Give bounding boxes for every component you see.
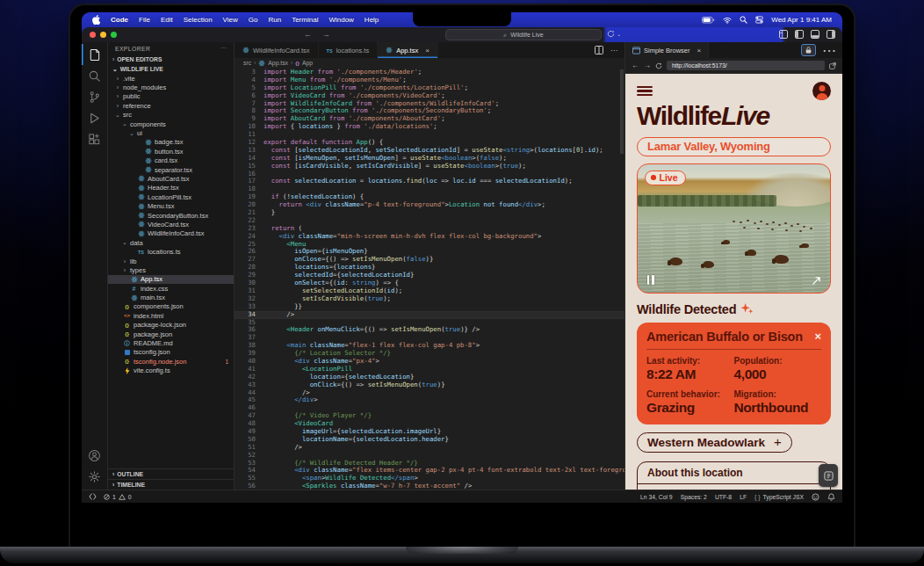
- copilot-icon[interactable]: ⌄: [607, 30, 621, 38]
- editor-more-icon[interactable]: ⋯: [610, 47, 617, 54]
- customize-layout-icon[interactable]: [779, 30, 788, 39]
- avatar[interactable]: [812, 82, 831, 100]
- activity-source-control[interactable]: [82, 86, 107, 107]
- workspace-root[interactable]: ⌄ WILDLIFE LIVE: [108, 64, 234, 74]
- open-external-icon[interactable]: [829, 62, 836, 69]
- lock-icon[interactable]: [801, 44, 816, 56]
- close-browser-tab-icon[interactable]: ×: [697, 47, 702, 54]
- editor-scrollbar[interactable]: [620, 69, 624, 154]
- remote-indicator-icon[interactable]: [89, 493, 97, 500]
- problems-indicator[interactable]: 1 0: [104, 494, 132, 500]
- tree-item-components[interactable]: ⌄components: [108, 120, 234, 128]
- cursor-position[interactable]: Ln 34, Col 9: [640, 494, 673, 500]
- activity-extensions[interactable]: [82, 128, 107, 149]
- eol[interactable]: LF: [740, 494, 747, 500]
- notifications-bell-icon[interactable]: [827, 493, 835, 501]
- pause-button-icon[interactable]: [647, 275, 654, 285]
- wifi-icon[interactable]: [723, 17, 732, 24]
- location-pill-button[interactable]: Lamar Valley, Wyoming: [637, 137, 831, 156]
- tree-item-ui[interactable]: ⌄ui: [108, 128, 234, 137]
- close-tab-icon[interactable]: ×: [425, 47, 430, 54]
- url-input[interactable]: [667, 61, 825, 70]
- tree-item-types[interactable]: ›types: [108, 265, 234, 274]
- breadcrumb[interactable]: src›App.tsx›{}App: [235, 58, 624, 68]
- zoom-window-button[interactable]: [111, 32, 117, 38]
- tree-item-node_modules[interactable]: ›node_modules: [108, 83, 234, 91]
- apple-logo-icon[interactable]: [92, 15, 100, 25]
- menu-go[interactable]: Go: [249, 16, 258, 24]
- tree-item-WildlifeInfoCard.tsx[interactable]: WildlifeInfoCard.tsx: [108, 229, 234, 238]
- menu-edit[interactable]: Edit: [161, 16, 173, 24]
- code-line-56[interactable]: 56 <Sparkles className="w-7 h-7 text-acc…: [235, 483, 624, 490]
- tree-item-App.tsx[interactable]: App.tsx: [108, 275, 234, 284]
- encoding[interactable]: UTF-8: [715, 494, 732, 500]
- feedback-smiley-icon[interactable]: [812, 493, 819, 501]
- tree-item-button.tsx[interactable]: button.tsx: [108, 147, 234, 156]
- code-line-10[interactable]: 10import { locations } from './data/loca…: [235, 123, 624, 131]
- live-video-card[interactable]: Live: [637, 163, 831, 294]
- battery-icon[interactable]: [702, 17, 715, 24]
- breadcrumb-item-src[interactable]: src: [243, 60, 251, 66]
- tree-item-main.tsx[interactable]: main.tsx: [108, 293, 234, 301]
- tree-item-package-lock.json[interactable]: {}package-lock.json: [108, 321, 234, 330]
- code-editor[interactable]: 3import Header from './components/Header…: [235, 68, 624, 490]
- tree-item-locations.ts[interactable]: TSlocations.ts: [108, 247, 234, 256]
- code-line-51[interactable]: 51 />: [235, 444, 624, 452]
- tree-item-lib[interactable]: ›lib: [108, 257, 234, 265]
- tree-item-data[interactable]: ⌄data: [108, 238, 234, 247]
- command-center-search[interactable]: ⌕ Wildlife Live: [445, 29, 602, 40]
- menu-bar-clock[interactable]: Wed Apr 1 9:41 AM: [771, 16, 832, 24]
- tab-locations.ts[interactable]: TSlocations.ts: [319, 42, 379, 58]
- menu-window[interactable]: Window: [328, 16, 353, 24]
- spotlight-icon[interactable]: [740, 16, 747, 24]
- browser-back-icon[interactable]: ←: [632, 62, 639, 69]
- tree-item-.vite[interactable]: ›.vite: [108, 74, 234, 83]
- open-editors-section[interactable]: › OPEN EDITORS: [108, 54, 234, 64]
- indentation[interactable]: Spaces: 2: [681, 494, 707, 500]
- tree-item-public[interactable]: ›public: [108, 92, 234, 101]
- tab-App.tsx[interactable]: App.tsx×: [378, 42, 438, 58]
- breadcrumb-item-App[interactable]: App: [302, 60, 313, 66]
- tab-WildlifeInfoCard.tsx[interactable]: WildlifeInfoCard.tsx: [235, 42, 319, 58]
- tree-item-components.json[interactable]: {}components.json: [108, 302, 234, 311]
- tab-simple-browser[interactable]: Simple Browser ×: [625, 42, 709, 58]
- tree-item-README.md[interactable]: README.md: [108, 338, 234, 347]
- tree-item-LocationPill.tsx[interactable]: LocationPill.tsx: [108, 192, 234, 201]
- explorer-more-icon[interactable]: ⋯: [220, 45, 227, 52]
- tree-item-reference[interactable]: ›reference: [108, 101, 234, 110]
- accounts-icon[interactable]: [82, 445, 107, 466]
- menu-file[interactable]: File: [139, 16, 150, 24]
- tree-item-vite.config.ts[interactable]: vite.config.ts: [108, 366, 234, 375]
- tree-item-index.html[interactable]: <>index.html: [108, 311, 234, 320]
- tree-item-AboutCard.tsx[interactable]: AboutCard.tsx: [108, 174, 234, 183]
- activity-explorer[interactable]: [82, 44, 107, 65]
- tree-item-card.tsx[interactable]: card.tsx: [108, 156, 234, 165]
- close-card-icon[interactable]: ×: [814, 330, 821, 342]
- menu-terminal[interactable]: Terminal: [292, 16, 318, 24]
- tree-item-package.json[interactable]: {}package.json: [108, 330, 234, 338]
- toggle-primary-sidebar-icon[interactable]: [795, 30, 804, 39]
- expand-icon[interactable]: [812, 276, 821, 286]
- code-line-21[interactable]: 21 }: [235, 209, 624, 217]
- menu-selection[interactable]: Selection: [184, 16, 213, 24]
- tree-item-tsconfig.node.json[interactable]: {}tsconfig.node.json1: [108, 357, 234, 366]
- menu-code[interactable]: Code: [111, 16, 128, 24]
- activity-search[interactable]: [82, 65, 107, 86]
- minimize-window-button[interactable]: [100, 32, 106, 38]
- hamburger-menu-icon[interactable]: [637, 86, 653, 97]
- timeline-section[interactable]: ›TIMELINE: [108, 479, 234, 490]
- browser-overlay-button[interactable]: [819, 464, 838, 487]
- tree-item-Menu.tsx[interactable]: Menu.tsx: [108, 201, 234, 210]
- language-mode[interactable]: { }TypeScript JSX: [754, 494, 804, 500]
- code-line-17[interactable]: 17 const selectedLocation = locations.fi…: [235, 178, 624, 185]
- close-window-button[interactable]: [90, 32, 96, 38]
- tree-item-badge.tsx[interactable]: badge.tsx: [108, 138, 234, 147]
- code-line-20[interactable]: 20 return <div className="p-4 text-foreg…: [235, 201, 624, 209]
- menu-view[interactable]: View: [223, 16, 238, 24]
- tree-item-Header.tsx[interactable]: Header.tsx: [108, 184, 234, 192]
- toggle-secondary-sidebar-icon[interactable]: [827, 30, 835, 39]
- tree-item-VideoCard.tsx[interactable]: VideoCard.tsx: [108, 220, 234, 229]
- menu-run[interactable]: Run: [268, 16, 281, 24]
- tree-item-src[interactable]: ⌄src: [108, 111, 234, 120]
- settings-gear-icon[interactable]: [82, 466, 107, 487]
